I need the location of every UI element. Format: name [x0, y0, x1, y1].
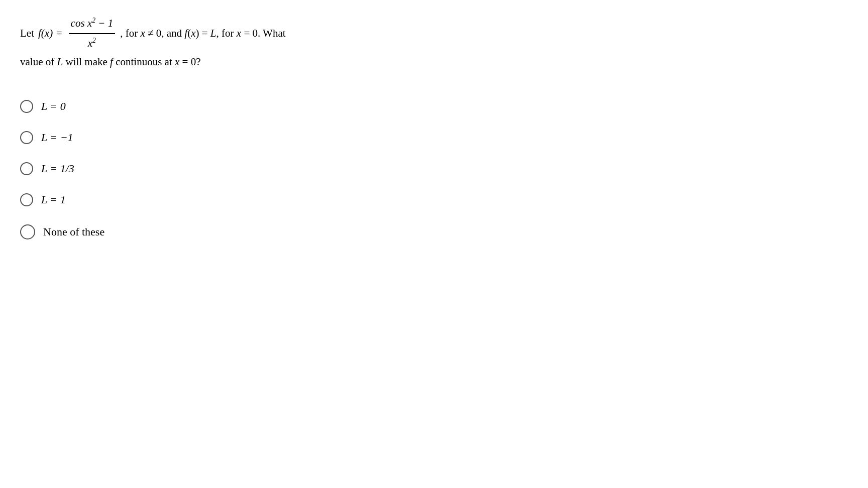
- question-line2: value of L will make f continuous at x =…: [20, 54, 623, 71]
- answer-options: L = 0 L = −1 L = 1/3 L = 1 None of these: [20, 91, 623, 249]
- option-a-label: L = 0: [41, 100, 66, 113]
- radio-b[interactable]: [20, 131, 33, 144]
- option-d[interactable]: L = 1: [20, 184, 623, 215]
- option-b[interactable]: L = −1: [20, 122, 623, 153]
- option-e-label: None of these: [43, 225, 104, 238]
- question-line1: Let f(x) = cos x2 − 1 x2 , for x ≠ 0, an…: [20, 15, 623, 52]
- option-b-label: L = −1: [41, 131, 73, 144]
- option-a[interactable]: L = 0: [20, 91, 623, 122]
- function-notation: f(x) =: [38, 25, 63, 42]
- line1-suffix: , for x ≠ 0, and f(x) = L, for x = 0. Wh…: [120, 25, 285, 42]
- option-e[interactable]: None of these: [20, 215, 623, 249]
- fraction: cos x2 − 1 x2: [69, 15, 116, 52]
- option-c-label: L = 1/3: [41, 162, 74, 175]
- let-prefix: Let: [20, 25, 34, 42]
- radio-e[interactable]: [20, 224, 35, 239]
- question-text: Let f(x) = cos x2 − 1 x2 , for x ≠ 0, an…: [20, 15, 623, 71]
- numerator: cos x2 − 1: [69, 15, 116, 34]
- radio-a[interactable]: [20, 100, 33, 113]
- radio-d[interactable]: [20, 193, 33, 206]
- question-container: Let f(x) = cos x2 − 1 x2 , for x ≠ 0, an…: [20, 15, 623, 249]
- option-d-label: L = 1: [41, 193, 66, 206]
- radio-c[interactable]: [20, 162, 33, 175]
- denominator: x2: [86, 34, 98, 52]
- option-c[interactable]: L = 1/3: [20, 153, 623, 184]
